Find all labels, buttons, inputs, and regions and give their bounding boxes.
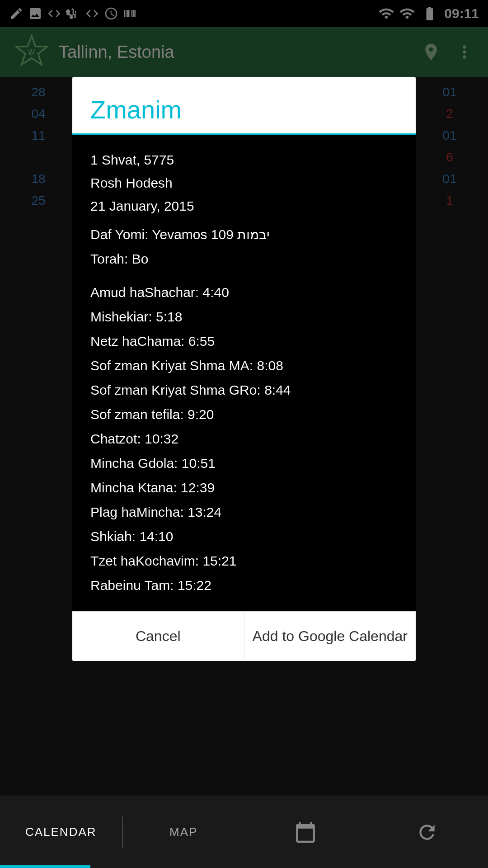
nav-calendar-label: CALENDAR [25, 825, 97, 839]
refresh-icon [416, 821, 438, 844]
calendar-icon [294, 821, 317, 844]
rosh-hodesh: Rosh Hodesh [90, 175, 173, 190]
time-item: Tzet haKochavim: 15:21 [90, 549, 398, 573]
time-item: Mishekiar: 5:18 [90, 305, 398, 329]
nav-item-refresh[interactable] [366, 821, 488, 844]
dialog-overlay: Zmanim 1 Shvat, 5775 Rosh Hodesh 21 Janu… [0, 0, 488, 868]
zmanim-dialog: Zmanim 1 Shvat, 5775 Rosh Hodesh 21 Janu… [72, 77, 416, 661]
time-item: Sof zman Kriyat Shma GRo: 8:44 [90, 378, 398, 402]
bottom-nav: CALENDAR MAP [0, 796, 488, 868]
time-item: Plag haMincha: 13:24 [90, 500, 398, 524]
time-item: Chatzot: 10:32 [90, 427, 398, 451]
dialog-torah: Torah: Bo [90, 251, 398, 267]
dialog-footer: Cancel Add to Google Calendar [72, 611, 416, 661]
nav-item-calendar[interactable]: CALENDAR [0, 825, 122, 839]
nav-item-calendar-icon[interactable] [244, 821, 366, 844]
dialog-title: Zmanim [90, 95, 398, 124]
nav-map-label: MAP [169, 825, 197, 839]
add-to-calendar-button[interactable]: Add to Google Calendar [244, 612, 416, 661]
time-item: Netz haChama: 6:55 [90, 329, 398, 354]
dialog-times: Amud haShachar: 4:40 Mishekiar: 5:18 Net… [90, 280, 398, 598]
gregorian-date: 21 January, 2015 [90, 198, 194, 213]
time-item: Rabeinu Tam: 15:22 [90, 573, 398, 598]
hebrew-date: 1 Shvat, 5775 [90, 152, 174, 167]
time-item: Amud haShachar: 4:40 [90, 280, 398, 305]
dialog-date: 1 Shvat, 5775 Rosh Hodesh 21 January, 20… [90, 148, 398, 217]
dialog-body: 1 Shvat, 5775 Rosh Hodesh 21 January, 20… [72, 135, 416, 611]
time-item: Mincha Gdola: 10:51 [90, 451, 398, 476]
time-item: Mincha Ktana: 12:39 [90, 476, 398, 500]
dialog-title-bar: Zmanim [72, 77, 416, 135]
nav-item-map[interactable]: MAP [123, 825, 245, 839]
cancel-button[interactable]: Cancel [72, 612, 244, 661]
time-item: Sof zman tefila: 9:20 [90, 402, 398, 427]
daf-yomi-text: Daf Yomi: Yevamos 109 יבמות [90, 227, 270, 242]
dialog-daf-yomi: Daf Yomi: Yevamos 109 יבמות [90, 226, 398, 242]
time-item: Sof zman Kriyat Shma MA: 8:08 [90, 354, 398, 378]
time-item: Shkiah: 14:10 [90, 524, 398, 549]
scroll-indicator [0, 865, 90, 868]
